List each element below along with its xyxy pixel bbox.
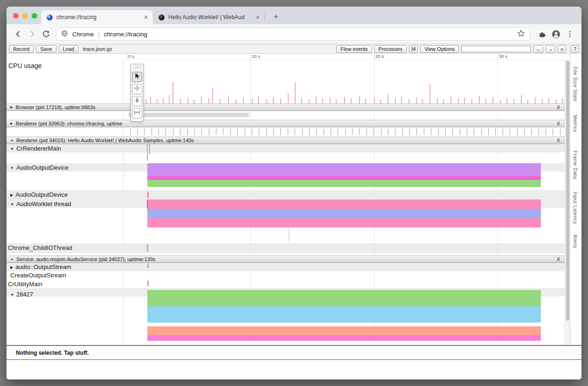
find-next-button[interactable]: → <box>546 45 555 53</box>
cpu-spike <box>336 99 337 103</box>
disclosure-arrow-icon[interactable]: ▼ <box>10 139 14 142</box>
save-button[interactable]: Save <box>36 45 56 53</box>
side-tab-alerts[interactable]: Alerts <box>573 234 578 248</box>
record-button[interactable]: Record <box>9 45 34 53</box>
disclosure-arrow-icon[interactable]: ▼ <box>10 202 14 207</box>
trace-slice[interactable] <box>147 200 541 209</box>
trace-slice[interactable] <box>147 290 541 306</box>
disclosure-arrow-icon[interactable]: ▼ <box>10 147 14 151</box>
tab-close-icon[interactable]: × <box>255 14 261 21</box>
timeline-body[interactable]: CPU usage▶Browser (pid 17218), uptime:98… <box>7 60 565 345</box>
track-label[interactable]: ▼28427 <box>7 291 33 298</box>
disclosure-arrow-icon[interactable]: ▶ <box>10 193 13 197</box>
overflow-button[interactable]: » <box>558 45 566 53</box>
address-bar[interactable]: Chrome | chrome://tracing <box>56 28 530 41</box>
process-header[interactable]: ▶Renderer (pid 33963): chrome://tracing,… <box>7 120 565 127</box>
trace-event-mark[interactable] <box>147 144 148 161</box>
side-tab-input-latency[interactable]: Input Latency <box>573 192 578 224</box>
trace-event-mark[interactable] <box>147 263 149 268</box>
disclosure-arrow-icon[interactable]: ▶ <box>10 122 13 125</box>
help-button[interactable]: ? <box>571 45 579 53</box>
find-previous-button[interactable]: ← <box>533 45 543 53</box>
back-button[interactable] <box>11 27 25 41</box>
close-window-button[interactable] <box>13 13 19 19</box>
cpu-spike <box>330 97 331 103</box>
track-label[interactable]: ▼CrRendererMain <box>7 145 61 152</box>
processes-button[interactable]: Processes <box>374 45 407 53</box>
track-label[interactable]: ▶audio::OutputStream CreateOutputStream <box>7 263 88 279</box>
trace-slice[interactable] <box>129 113 249 117</box>
trace-event-mark[interactable] <box>147 244 148 252</box>
reload-button[interactable] <box>39 27 53 41</box>
trace-event-mark[interactable] <box>147 200 148 209</box>
trace-slice[interactable] <box>147 218 541 227</box>
trace-slice[interactable] <box>147 306 541 323</box>
extension-icon[interactable] <box>535 27 549 41</box>
tab-webaudio[interactable]: Hello Audio Worklet! | WebAud × <box>153 10 265 24</box>
disclosure-arrow-icon[interactable]: ▶ <box>10 105 13 109</box>
select-tool-button[interactable] <box>132 72 142 82</box>
find-input[interactable] <box>461 46 531 52</box>
process-header[interactable]: ▼Renderer (pid 34015): Hello Audio Workl… <box>7 137 565 144</box>
forward-button[interactable] <box>25 27 39 41</box>
close-track-button[interactable]: X <box>556 256 561 262</box>
cpu-spike <box>322 99 323 103</box>
timeline-track-row: ▼AudioWorklet thread <box>7 200 565 228</box>
scrollbar-thumb[interactable] <box>566 61 569 321</box>
track-label[interactable]: ▼AudioOutputDevice <box>7 164 69 171</box>
trace-event-mark[interactable] <box>289 228 289 242</box>
cpu-spike <box>163 98 164 103</box>
vertical-scrollbar[interactable] <box>565 60 570 345</box>
cpu-spike <box>443 99 444 103</box>
cpu-spike <box>458 99 459 103</box>
disclosure-arrow-icon[interactable]: ▼ <box>10 166 14 170</box>
cpu-spike <box>273 97 274 103</box>
trace-slice[interactable] <box>147 180 541 187</box>
trace-slice[interactable] <box>147 335 541 341</box>
palette-drag-handle[interactable] <box>133 66 141 70</box>
trace-slice[interactable] <box>147 209 541 218</box>
track-label[interactable]: ▶AudioOutputDevice <box>7 191 68 198</box>
zoom-tool-button[interactable] <box>132 96 142 106</box>
process-header[interactable]: ▼Service: audio.mojom.AudioService (pid … <box>7 255 565 263</box>
track-label[interactable]: ▼AudioWorklet thread <box>7 200 71 207</box>
new-tab-button[interactable]: + <box>270 10 283 23</box>
side-tab-metrics[interactable]: Metrics <box>573 115 578 132</box>
process-header[interactable]: ▶Browser (pid 17218), uptime:9883sX <box>7 103 565 111</box>
flow-events-button[interactable]: Flow events <box>336 45 372 53</box>
tab-title: chrome://tracing <box>56 14 143 21</box>
cpu-spike <box>266 99 267 103</box>
side-tab-file-size-stats[interactable]: File Size Stats <box>573 67 578 102</box>
menu-icon[interactable] <box>563 27 577 41</box>
trace-event-mark[interactable] <box>149 144 150 154</box>
trace-toolbar: Record Save Load trace.json.gz Flow even… <box>7 44 581 54</box>
trace-slice[interactable] <box>147 163 541 176</box>
trace-event-mark[interactable] <box>147 192 149 198</box>
timing-tool-button[interactable] <box>132 108 142 118</box>
trace-tick <box>352 128 353 135</box>
view-options-button[interactable]: View Options <box>420 45 459 53</box>
trace-slice[interactable] <box>147 176 541 180</box>
tab-close-icon[interactable]: × <box>143 14 149 21</box>
tab-tracing[interactable]: chrome://tracing × <box>41 10 153 24</box>
profile-avatar-icon[interactable] <box>549 27 563 41</box>
pan-tool-button[interactable] <box>132 84 142 94</box>
close-track-button[interactable]: X <box>556 138 561 143</box>
disclosure-arrow-icon[interactable]: ▶ <box>10 264 13 271</box>
vertical-arrow-icon <box>134 97 140 105</box>
trace-event-mark[interactable] <box>147 281 149 286</box>
trace-slice[interactable] <box>147 326 541 335</box>
disclosure-arrow-icon[interactable]: ▼ <box>10 293 14 297</box>
metrics-button[interactable]: M <box>409 45 418 53</box>
close-track-button[interactable]: X <box>556 121 561 126</box>
side-tab-frame-data[interactable]: Frame Data <box>573 151 578 179</box>
trace-tick <box>166 128 166 135</box>
close-track-button[interactable]: X <box>556 104 561 110</box>
fullscreen-window-button[interactable] <box>32 13 37 19</box>
cpu-spike <box>408 99 409 103</box>
load-button[interactable]: Load <box>59 45 78 53</box>
bookmark-star-icon[interactable] <box>517 29 525 39</box>
trace-tick <box>159 128 159 135</box>
minimize-window-button[interactable] <box>22 13 28 19</box>
disclosure-arrow-icon[interactable]: ▼ <box>10 258 14 261</box>
